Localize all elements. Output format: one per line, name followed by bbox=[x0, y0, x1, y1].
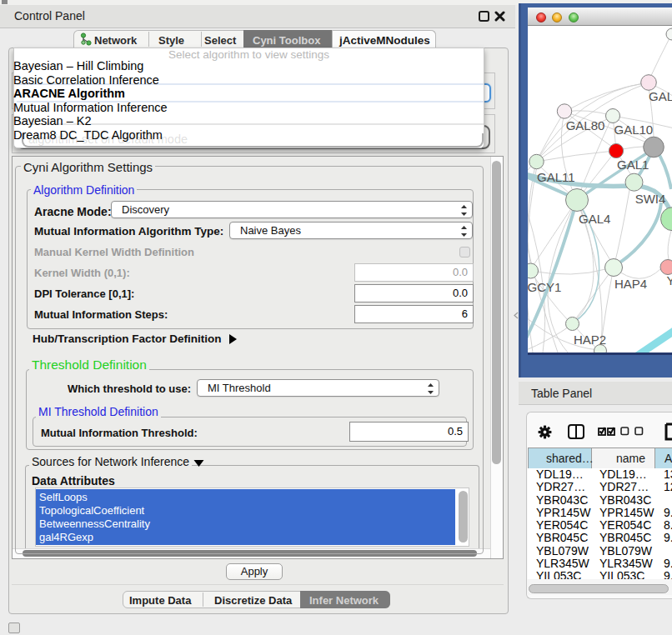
svg-text:HAP2: HAP2 bbox=[574, 332, 606, 347]
svg-text:SWI4: SWI4 bbox=[635, 192, 666, 206]
svg-text:GAL4: GAL4 bbox=[579, 212, 610, 226]
svg-text:GAL1: GAL1 bbox=[617, 158, 649, 172]
svg-text:GAL80: GAL80 bbox=[566, 118, 605, 132]
svg-text:GAL11: GAL11 bbox=[537, 170, 575, 184]
svg-text:GCY1: GCY1 bbox=[528, 280, 561, 294]
svg-text:Y: Y bbox=[667, 273, 672, 288]
svg-text:GAL7: GAL7 bbox=[649, 89, 672, 103]
svg-text:HAP4: HAP4 bbox=[614, 277, 647, 291]
svg-text:GAL10: GAL10 bbox=[614, 122, 654, 137]
